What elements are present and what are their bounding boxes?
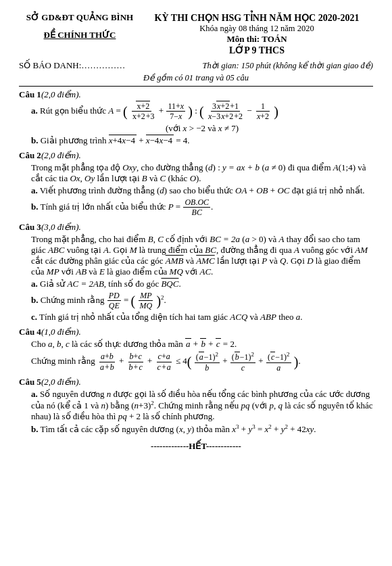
q1-b: b. Giải phương trình x+4x−4 + x−4x−4 = 4… bbox=[31, 135, 373, 146]
end-line: -------------HẾT------------ bbox=[19, 441, 373, 452]
sbd-label: SỐ BÁO DANH:…………… bbox=[19, 60, 125, 71]
official-label: ĐỀ CHÍNH THỨC bbox=[44, 30, 116, 40]
q4-text: Chứng minh rằng a+ba+b + b+cb+c + c+ac+a… bbox=[31, 351, 373, 373]
q3-c: c. Tính giá trị nhỏ nhất của tổng diện t… bbox=[31, 312, 373, 323]
q1-points: (2,0 điểm). bbox=[41, 89, 81, 99]
exam-title: KỲ THI CHỌN HSG TỈNH NĂM HỌC 2020-2021 bbox=[141, 12, 373, 24]
q4-intro: Cho a, b, c là các số thực dương thỏa mã… bbox=[31, 339, 373, 350]
q1-b-label: b. bbox=[31, 135, 38, 145]
q2-b: b. Tính giá trị lớn nhất của biểu thức P… bbox=[31, 197, 373, 218]
q3-b: b. Chứng minh rằng PDQE = ( MPMQ )2. bbox=[31, 291, 373, 311]
q5-a: a. Số nguyên dương n được gọi là số điều… bbox=[31, 389, 373, 422]
question-1: Câu 1(2,0 điểm). a. Rút gọn biểu thức A … bbox=[19, 89, 373, 146]
q2-points: (2,0 điểm). bbox=[41, 150, 81, 160]
pages-line: Đề gồm có 01 trang và 05 câu bbox=[19, 72, 373, 83]
header-right: KỲ THI CHỌN HSG TỈNH NĂM HỌC 2020-2021 K… bbox=[141, 12, 373, 56]
q1-a-formula: A = ( x+2x+2+3 + 11+x7−x ) : ( 3x+2+1 x−… bbox=[108, 105, 278, 116]
date-line: Khóa ngày 08 tháng 12 năm 2020 bbox=[141, 24, 373, 34]
header: SỞ GD&ĐT QUẢNG BÌNH ĐỀ CHÍNH THỨC KỲ THI… bbox=[19, 12, 373, 56]
q1-a: a. Rút gọn biểu thức A = ( x+2x+2+3 + 11… bbox=[31, 101, 373, 134]
org-title: SỞ GD&ĐT QUẢNG BÌNH bbox=[19, 12, 141, 23]
header-left: SỞ GD&ĐT QUẢNG BÌNH ĐỀ CHÍNH THỨC bbox=[19, 12, 141, 41]
q3-intro: Trong mặt phẳng, cho hai điểm B, C cố đị… bbox=[31, 234, 373, 277]
sbd-line: SỐ BÁO DANH:…………… Thời gian: 150 phút (k… bbox=[19, 60, 373, 71]
question-3: Câu 3(3,0 điểm). Trong mặt phẳng, cho ha… bbox=[19, 222, 373, 323]
q1-title: Câu 1 bbox=[19, 89, 41, 99]
q4-points: (1,0 điểm). bbox=[41, 327, 81, 337]
q3-title: Câu 3 bbox=[19, 222, 41, 232]
time-line: Thời gian: 150 phút (không kể thời gian … bbox=[203, 60, 373, 71]
q1-a-condition: (với x > −2 và x ≠ 7) bbox=[31, 123, 373, 134]
q3-a: a. Giả sử AC = 2AB, tính số đo góc BQC. bbox=[31, 279, 373, 289]
q1-b-text: Giải phương trình x+4x−4 + x−4x−4 = 4. bbox=[41, 135, 190, 145]
q1-a-text: Rút gọn biểu thức bbox=[40, 105, 108, 116]
subject-label: Môn thi: TOÁN bbox=[141, 34, 373, 45]
q2-a: a. Viết phương trình đường thẳng (d) sao… bbox=[31, 185, 373, 196]
q2-title: Câu 2 bbox=[19, 150, 41, 160]
q2-intro: Trong mặt phẳng tọa độ Oxy, cho đường th… bbox=[31, 162, 373, 184]
header-divider bbox=[19, 86, 373, 87]
question-4: Câu 4(1,0 điểm). Cho a, b, c là các số t… bbox=[19, 327, 373, 373]
q5-points: (2,0 điểm). bbox=[41, 377, 81, 387]
q1-a-label: a. bbox=[31, 105, 38, 116]
grade-label: LỚP 9 THCS bbox=[141, 45, 373, 56]
q5-title: Câu 5 bbox=[19, 377, 41, 387]
question-2: Câu 2(2,0 điểm). Trong mặt phẳng tọa độ … bbox=[19, 150, 373, 218]
q5-b: b. Tìm tất cả các cặp số nguyên dương (x… bbox=[31, 423, 373, 435]
q3-points: (3,0 điểm). bbox=[41, 222, 81, 232]
q4-title: Câu 4 bbox=[19, 327, 41, 337]
question-5: Câu 5(2,0 điểm). a. Số nguyên dương n đư… bbox=[19, 377, 373, 435]
